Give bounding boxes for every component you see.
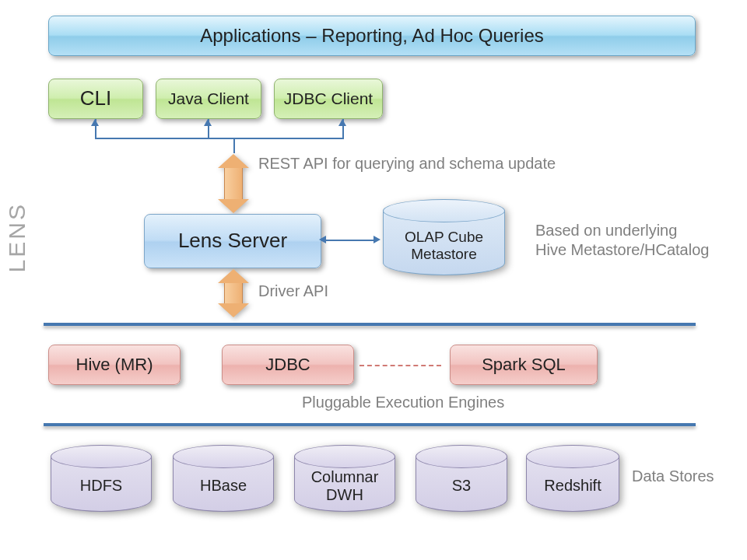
connector — [233, 138, 235, 153]
store-redshift-label: Redshift — [544, 477, 601, 495]
client-jdbc-label: JDBC Client — [284, 89, 373, 108]
metastore-label-l2: Metastore — [411, 246, 476, 262]
dashed-connector — [359, 365, 441, 366]
engine-spark-label: Spark SQL — [482, 355, 566, 374]
store-hbase: HBase — [173, 456, 274, 512]
metastore-label-l1: OLAP Cube — [405, 229, 483, 245]
annotation-stores: Data Stores — [632, 467, 714, 486]
store-columnar: Columnar DWH — [294, 456, 395, 512]
client-jdbc: JDBC Client — [274, 79, 383, 119]
arrowhead-icon — [91, 119, 99, 126]
annotation-engines: Pluggable Execution Engines — [302, 393, 504, 412]
divider — [44, 323, 696, 326]
annotation-engines-text: Pluggable Execution Engines — [302, 394, 504, 411]
engine-hive: Hive (MR) — [48, 345, 181, 385]
store-s3: S3 — [416, 456, 507, 512]
store-columnar-l2: DWH — [326, 486, 363, 503]
store-hdfs: HDFS — [51, 456, 152, 512]
client-cli: CLI — [48, 79, 143, 119]
engine-spark: Spark SQL — [450, 345, 598, 385]
arrowhead-icon — [319, 236, 326, 243]
arrowhead-icon — [204, 119, 212, 126]
client-cli-label: CLI — [80, 87, 111, 110]
lens-server: Lens Server — [144, 214, 321, 268]
store-hbase-label: HBase — [200, 477, 247, 495]
store-columnar-l1: Columnar — [311, 468, 379, 485]
store-s3-label: S3 — [452, 477, 471, 495]
olap-cube-metastore: OLAP Cube Metastore — [383, 210, 505, 275]
lens-server-label: Lens Server — [178, 229, 287, 253]
client-java: Java Client — [156, 79, 261, 119]
annotation-metastore: Based on underlying Hive Metastore/HCata… — [535, 221, 709, 260]
applications-header: Applications – Reporting, Ad Hoc Queries — [48, 16, 696, 56]
annotation-driver-api-text: Driver API — [258, 282, 328, 299]
divider — [44, 423, 696, 426]
engine-jdbc: JDBC — [222, 345, 354, 385]
connector — [321, 240, 377, 241]
connector — [95, 138, 344, 139]
annotation-rest-api-text: REST API for querying and schema update — [258, 155, 556, 172]
annotation-metastore-l1: Based on underlying — [535, 222, 677, 239]
rest-api-arrow-icon — [218, 154, 249, 213]
engine-jdbc-label: JDBC — [265, 355, 310, 374]
arrowhead-icon — [374, 236, 381, 243]
store-hdfs-label: HDFS — [80, 477, 122, 495]
driver-api-arrow-icon — [218, 269, 249, 317]
engine-hive-label: Hive (MR) — [76, 355, 153, 374]
applications-header-label: Applications – Reporting, Ad Hoc Queries — [200, 25, 544, 47]
annotation-stores-text: Data Stores — [632, 467, 714, 485]
annotation-rest-api: REST API for querying and schema update — [258, 154, 556, 173]
client-java-label: Java Client — [168, 89, 249, 108]
annotation-metastore-l2: Hive Metastore/HCatalog — [535, 241, 709, 258]
store-redshift: Redshift — [526, 456, 619, 512]
section-label-lens: LENS — [4, 202, 30, 272]
arrowhead-icon — [338, 119, 346, 126]
annotation-driver-api: Driver API — [258, 282, 328, 301]
